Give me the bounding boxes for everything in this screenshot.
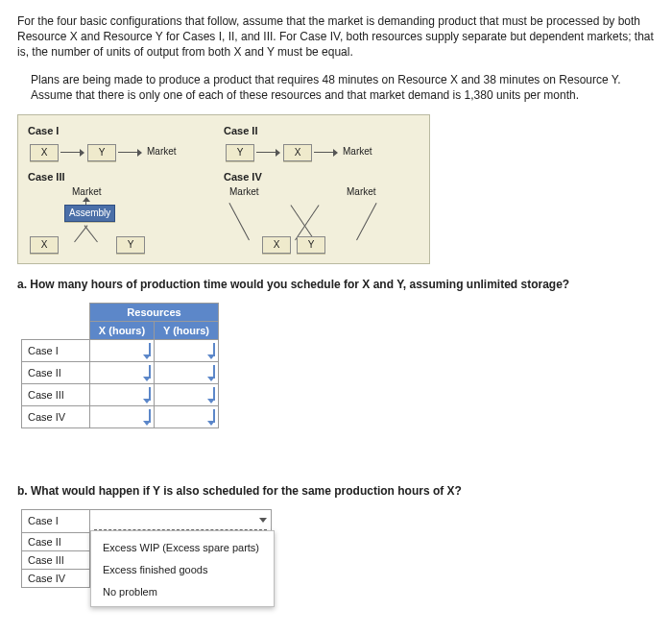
table-b-row-label: Case I: [22, 509, 90, 532]
case2-arrow-yx: [256, 152, 279, 153]
case3-assembly-box: Assembly: [64, 205, 115, 222]
table-a-y-input[interactable]: [157, 365, 215, 379]
table-a-x-input[interactable]: [93, 409, 151, 423]
case1-title: Case I: [28, 125, 224, 136]
case3-box-y: Y: [116, 236, 145, 254]
table-b-row-label: Case II: [22, 532, 90, 550]
case4-line-xm: [228, 203, 250, 240]
case1-market-label: Market: [147, 146, 177, 157]
table-a-row-label: Case IV: [22, 405, 90, 427]
case4-line-xmr: [295, 205, 319, 240]
case2-box-y: Y: [226, 144, 254, 161]
case4-market-left: Market: [229, 186, 259, 197]
case4-line-yml: [290, 205, 314, 240]
table-b-row-label: Case III: [22, 550, 90, 569]
table-a-y-input[interactable]: [157, 387, 215, 401]
case3-title: Case III: [28, 171, 224, 183]
table-a-y-input[interactable]: [157, 343, 215, 356]
case4-title: Case IV: [224, 171, 420, 183]
case2-box-x: X: [283, 144, 312, 161]
dropdown-option[interactable]: Excess WIP (Excess spare parts): [91, 537, 274, 559]
table-a-group-header: Resources: [90, 303, 219, 321]
case2-title: Case II: [224, 125, 420, 136]
case3-market-label: Market: [72, 186, 102, 197]
dropdown-option[interactable]: No problem: [91, 581, 274, 603]
table-a-x-input[interactable]: [93, 365, 151, 379]
case4-market-right: Market: [347, 186, 376, 197]
case1-arrow-ym: [118, 152, 141, 153]
question-a: a. How many hours of production time wou…: [17, 278, 655, 291]
case4-box-x: X: [262, 236, 291, 254]
case2-arrow-xm: [314, 152, 337, 153]
table-a-header-x: X (hours): [90, 321, 155, 339]
dropdown-popup: Excess WIP (Excess spare parts) Excess f…: [90, 530, 275, 608]
table-a-header-y: Y (hours): [155, 321, 219, 339]
table-a-row-label: Case II: [22, 361, 90, 383]
dropdown-option[interactable]: Excess finished goods: [91, 559, 274, 581]
case1-box-y: Y: [87, 144, 116, 161]
case4-box-y: Y: [297, 236, 325, 254]
case3-line-y: [84, 225, 98, 242]
table-a-x-input[interactable]: [93, 387, 151, 401]
case3-box-x: X: [30, 236, 59, 254]
intro-paragraph-1: For the four basic configurations that f…: [17, 13, 655, 61]
intro-paragraph-2: Plans are being made to produce a produc…: [31, 72, 655, 103]
case4-line-ymr: [356, 203, 377, 240]
case1-box-x: X: [30, 144, 59, 161]
question-b: b. What would happen if Y is also schedu…: [17, 484, 655, 498]
configurations-diagram: Case I X Y Market Case II Y X Market Ca: [17, 114, 430, 264]
table-a-x-input[interactable]: [93, 343, 151, 356]
table-b-dropdown[interactable]: [94, 512, 267, 530]
table-a-row-label: Case I: [22, 339, 90, 361]
table-a: Resources X (hours) Y (hours) Case I Cas…: [21, 303, 219, 428]
case1-arrow-xy: [60, 152, 84, 153]
table-a-row-label: Case III: [22, 383, 90, 405]
table-b-row-label: Case IV: [22, 569, 90, 587]
case2-market-label: Market: [343, 146, 372, 157]
table-a-y-input[interactable]: [157, 409, 215, 423]
